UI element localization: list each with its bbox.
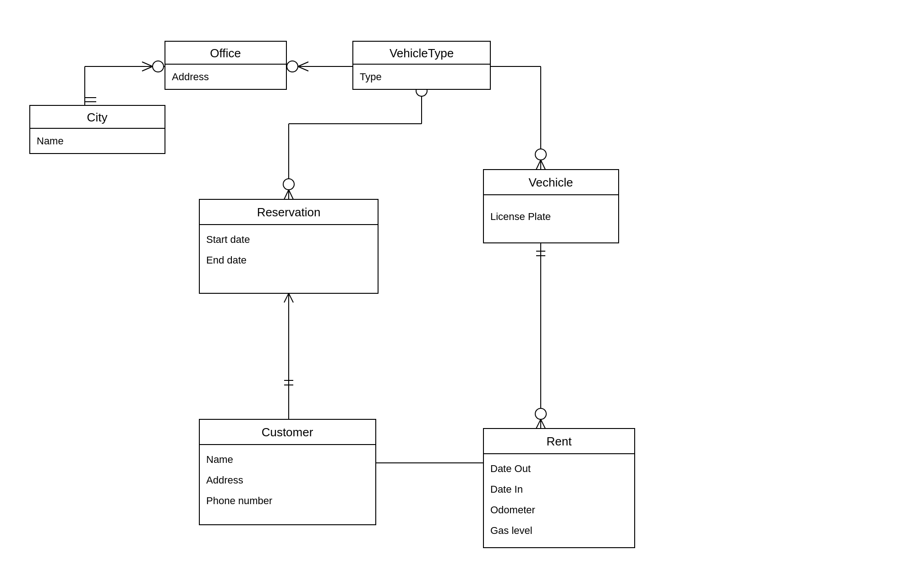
- office-entity: Office Address: [165, 41, 286, 89]
- vehicletype-entity: VehicleType Type: [353, 41, 490, 89]
- customer-entity: Customer Name Address Phone number: [199, 419, 376, 525]
- rent-entity: Rent Date Out Date In Odometer Gas level: [483, 429, 635, 548]
- customer-name: Name: [206, 454, 233, 465]
- city-name: Name: [37, 135, 64, 147]
- vehicletype-type: Type: [360, 71, 382, 82]
- office-city-circle: [153, 61, 164, 72]
- crow-res-bot-left: [284, 293, 289, 302]
- office-vt-circle: [287, 61, 298, 72]
- reservation-entity: Reservation Start date End date: [199, 199, 378, 293]
- vehicle-entity: Vechicle License Plate: [483, 170, 619, 243]
- rent-datein: Date In: [490, 484, 523, 495]
- city-title: City: [87, 110, 108, 124]
- vehicle-title: Vechicle: [529, 176, 573, 189]
- customer-title: Customer: [262, 425, 313, 439]
- rent-odometer: Odometer: [490, 504, 535, 516]
- crow-res-top-right: [289, 190, 293, 199]
- vehicle-top-circle: [535, 149, 546, 160]
- er-diagram: Office Address VehicleType Type City Nam…: [0, 0, 911, 588]
- crow-rent-top-left: [536, 419, 541, 429]
- crow-office-city-bot: [142, 66, 153, 71]
- crow-vehicle-top-left: [536, 160, 541, 170]
- crow-office-city-top: [142, 62, 153, 66]
- customer-address: Address: [206, 474, 243, 486]
- crow-rent-top-right: [541, 419, 545, 429]
- crow-office-vt-bot: [298, 66, 308, 71]
- reservation-startdate: Start date: [206, 234, 250, 245]
- reservation-enddate: End date: [206, 254, 247, 266]
- rent-top-circle: [535, 408, 546, 419]
- rent-gaslevel: Gas level: [490, 525, 532, 536]
- crow-office-vt-top: [298, 62, 308, 66]
- customer-phone: Phone number: [206, 495, 272, 506]
- rent-dateout: Date Out: [490, 463, 531, 474]
- office-title: Office: [210, 46, 241, 60]
- reservation-title: Reservation: [257, 205, 321, 219]
- rent-title: Rent: [547, 434, 572, 448]
- city-entity: City Name: [30, 105, 165, 154]
- vehicletype-title: VehicleType: [390, 46, 454, 60]
- crow-res-top-left: [284, 190, 289, 199]
- res-top-circle: [283, 179, 294, 190]
- office-address: Address: [172, 71, 209, 82]
- vehicle-licenseplate: License Plate: [490, 211, 551, 222]
- crow-res-bot-right: [289, 293, 293, 302]
- crow-vehicle-top-right: [541, 160, 545, 170]
